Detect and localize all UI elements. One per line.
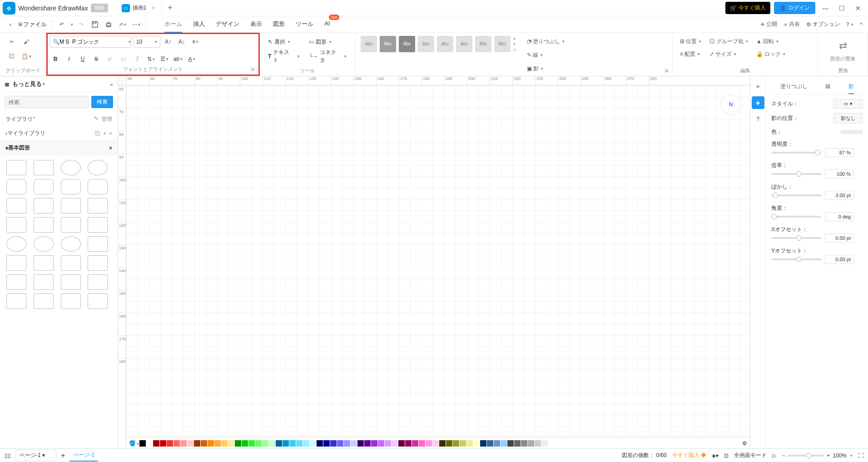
bucket-icon[interactable]: 🪣▾	[129, 440, 139, 447]
subscript-button[interactable]: x₂	[118, 53, 129, 65]
color-swatch[interactable]	[221, 440, 228, 447]
color-swatch[interactable]	[473, 440, 480, 447]
shape-item[interactable]	[6, 274, 26, 290]
page-selector[interactable]: ページ-1 ▾	[15, 450, 56, 461]
color-swatch[interactable]	[248, 440, 255, 447]
shape-item[interactable]	[6, 236, 26, 252]
library-header[interactable]: ライブラリ ˄ ✎管理	[0, 112, 118, 127]
shape-item[interactable]	[88, 217, 108, 233]
style-thumb[interactable]: Abc	[475, 36, 491, 52]
increase-font-button[interactable]: A↑	[162, 36, 174, 48]
shape-item[interactable]	[34, 179, 54, 194]
font-family-select[interactable]: 🔍 ▾	[50, 36, 131, 48]
add-icon[interactable]: +	[103, 130, 106, 137]
color-swatch[interactable]	[480, 440, 486, 447]
print-button[interactable]	[103, 19, 114, 30]
style-thumb[interactable]: Abc	[361, 36, 377, 52]
color-swatch[interactable]	[446, 440, 452, 447]
color-swatch[interactable]	[385, 440, 391, 447]
add-page-button[interactable]: +	[61, 452, 65, 460]
replace-shape-button[interactable]: 図形の置換	[830, 55, 855, 62]
collapse-ribbon-button[interactable]: ^	[860, 21, 863, 28]
yoffset-value[interactable]: 0.00 pt	[825, 255, 854, 264]
fill-button[interactable]: ◔塗りつぶし▾	[525, 35, 566, 47]
collapse-sidebar-button[interactable]: «	[110, 81, 113, 88]
color-swatch[interactable]	[487, 440, 493, 447]
style-thumb[interactable]: Abc	[399, 36, 415, 52]
present-button[interactable]: ▷	[772, 452, 776, 459]
buy-now-link[interactable]: 今すぐ購入 ◆	[672, 452, 706, 459]
style-thumb[interactable]: Abc	[456, 36, 472, 52]
color-swatch[interactable]	[146, 440, 153, 447]
shape-item[interactable]	[6, 198, 26, 214]
line-button[interactable]: ✎線▾	[525, 49, 566, 61]
tab-design[interactable]: デザイン	[216, 16, 239, 33]
copy-button[interactable]: ⿻	[5, 50, 18, 63]
blur-slider[interactable]	[771, 194, 821, 196]
font-launcher-button[interactable]: ⇲	[250, 66, 257, 73]
align-button[interactable]: ≡ 配置▾	[678, 48, 703, 60]
shape-item[interactable]	[61, 236, 81, 252]
close-window-button[interactable]: ✕	[852, 2, 864, 15]
color-swatch[interactable]	[303, 440, 309, 447]
lock-button[interactable]: 🔒 ロック▾	[754, 48, 787, 60]
color-swatch[interactable]	[426, 440, 432, 447]
color-swatch[interactable]	[174, 440, 180, 447]
color-swatch[interactable]	[330, 440, 337, 447]
panel-tab-fill[interactable]: 塗りつぶし	[780, 80, 808, 94]
opacity-value[interactable]: 87 %	[825, 148, 854, 157]
zoom-slider[interactable]	[788, 455, 824, 457]
shape-search-input[interactable]	[5, 96, 89, 108]
zoom-in-button[interactable]: +	[827, 452, 830, 459]
zoom-value[interactable]: 100%	[833, 452, 847, 459]
maximize-button[interactable]: ☐	[835, 2, 848, 15]
color-swatch[interactable]	[419, 440, 425, 447]
paste-button[interactable]: 📋▾	[20, 50, 33, 63]
shape-item[interactable]	[34, 255, 54, 271]
shape-item[interactable]	[6, 179, 26, 194]
bullet-list-button[interactable]: ☰▾	[159, 53, 170, 65]
color-swatch[interactable]	[194, 440, 200, 447]
shape-item[interactable]	[61, 179, 81, 194]
color-swatch[interactable]	[201, 440, 207, 447]
color-swatch[interactable]	[501, 440, 507, 447]
color-swatch[interactable]	[535, 440, 541, 447]
undo-button[interactable]: ↶	[56, 19, 67, 30]
publish-button[interactable]: ✈公開	[760, 20, 777, 28]
scale-slider[interactable]	[771, 173, 821, 175]
shadow-pos-select[interactable]: 影なし	[833, 113, 863, 124]
redo-button[interactable]: ↷	[76, 19, 87, 30]
file-menu[interactable]: ≡ ファイル	[18, 20, 47, 29]
color-swatch[interactable]	[364, 440, 371, 447]
color-swatch[interactable]	[228, 440, 234, 447]
text-direction-button[interactable]: ab▾	[172, 53, 184, 65]
blur-value[interactable]: 3.00 pt	[825, 191, 854, 200]
style-gallery[interactable]: Abc Abc Abc Abc Abc Abc Abc Abc ▴▾≡	[361, 35, 516, 52]
style-thumb[interactable]: Abc	[380, 36, 396, 52]
shape-item[interactable]	[6, 217, 26, 233]
shape-item[interactable]	[6, 293, 26, 309]
color-swatch[interactable]	[378, 440, 384, 447]
color-swatch[interactable]	[317, 440, 323, 447]
shape-item[interactable]	[34, 217, 54, 233]
tab-tool[interactable]: ツール	[296, 16, 313, 33]
color-swatch[interactable]	[310, 440, 316, 447]
underline-button[interactable]: U	[77, 53, 89, 65]
tab-ai[interactable]: AI hot	[324, 16, 330, 33]
decrease-font-button[interactable]: A↓	[176, 36, 188, 48]
color-swatch[interactable]	[405, 440, 412, 447]
style-thumb[interactable]: Abc	[437, 36, 453, 52]
help-panel-button[interactable]: ?	[752, 113, 764, 125]
color-swatch[interactable]	[507, 440, 514, 447]
color-swatch[interactable]	[167, 440, 173, 447]
xoffset-value[interactable]: 0.00 pt	[825, 233, 854, 243]
color-swatch[interactable]	[460, 440, 466, 447]
angle-value[interactable]: 0 deg	[825, 212, 854, 221]
opacity-slider[interactable]	[771, 152, 821, 154]
angle-slider[interactable]	[771, 216, 821, 218]
color-swatch[interactable]	[351, 440, 357, 447]
scale-value[interactable]: 100 %	[825, 169, 854, 179]
edit-icon[interactable]: ✎	[94, 115, 99, 123]
align-button[interactable]: ≡▾	[189, 36, 201, 48]
font-color-button[interactable]: A▾	[186, 53, 198, 65]
